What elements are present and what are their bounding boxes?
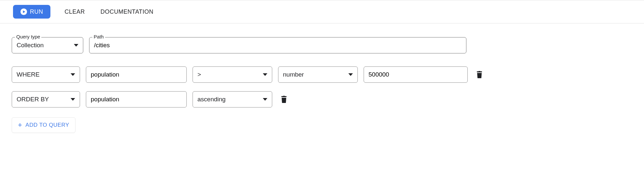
- trash-icon: [476, 71, 483, 78]
- query-header-row: Query type Collection Path: [12, 37, 632, 53]
- where-clause-select[interactable]: WHERE: [12, 66, 80, 83]
- orderby-clause-value: ORDER BY: [17, 96, 49, 103]
- orderby-direction-select[interactable]: ascending: [193, 91, 272, 108]
- clear-button[interactable]: CLEAR: [63, 6, 87, 18]
- add-to-query-label: ADD TO QUERY: [25, 122, 69, 128]
- delete-where-button[interactable]: [476, 71, 483, 78]
- query-type-label: Query type: [15, 34, 41, 39]
- where-clause-value: WHERE: [17, 71, 40, 78]
- svg-rect-2: [478, 71, 480, 72]
- where-operator-value: >: [197, 71, 201, 78]
- chevron-down-icon: [71, 98, 75, 101]
- query-type-select[interactable]: Collection: [12, 37, 83, 53]
- orderby-row: ORDER BY ascending: [12, 91, 632, 108]
- chevron-down-icon: [74, 44, 78, 47]
- run-button[interactable]: RUN: [13, 5, 50, 19]
- documentation-button[interactable]: DOCUMENTATION: [99, 6, 155, 18]
- query-type-value: Collection: [17, 42, 44, 49]
- chevron-down-icon: [348, 73, 353, 76]
- where-value-input-wrapper[interactable]: [364, 66, 468, 83]
- play-circle-icon: [20, 8, 27, 15]
- chevron-down-icon: [71, 73, 75, 76]
- delete-orderby-button[interactable]: [281, 96, 287, 103]
- query-type-field: Query type Collection: [12, 37, 83, 53]
- add-to-query-button[interactable]: + ADD TO QUERY: [12, 117, 75, 133]
- where-row: WHERE > number: [12, 66, 632, 83]
- orderby-field-input[interactable]: [91, 96, 182, 103]
- where-value-input[interactable]: [369, 71, 463, 78]
- query-builder: Query type Collection Path WHERE > numbe…: [0, 23, 644, 141]
- orderby-field-input-wrapper[interactable]: [86, 91, 187, 108]
- path-label: Path: [92, 34, 105, 39]
- path-field: Path: [89, 37, 466, 53]
- where-type-select[interactable]: number: [278, 66, 358, 83]
- trash-icon: [281, 96, 287, 103]
- where-operator-select[interactable]: >: [193, 66, 272, 83]
- run-button-label: RUN: [30, 8, 43, 15]
- where-field-input-wrapper[interactable]: [86, 66, 187, 83]
- chevron-down-icon: [263, 98, 267, 101]
- plus-icon: +: [18, 122, 22, 129]
- orderby-clause-select[interactable]: ORDER BY: [12, 91, 80, 108]
- orderby-direction-value: ascending: [197, 96, 226, 103]
- toolbar: RUN CLEAR DOCUMENTATION: [0, 0, 644, 23]
- where-field-input[interactable]: [91, 71, 182, 78]
- path-input-wrapper[interactable]: [89, 37, 466, 53]
- path-input[interactable]: [94, 42, 462, 49]
- svg-rect-4: [283, 96, 285, 96]
- chevron-down-icon: [263, 73, 267, 76]
- where-type-value: number: [283, 71, 304, 78]
